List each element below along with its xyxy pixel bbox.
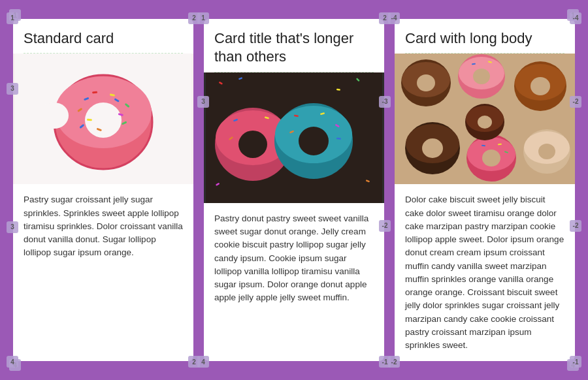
card-1-title: Standard card <box>13 19 193 54</box>
card-3-image <box>395 54 575 184</box>
svg-point-50 <box>531 77 550 95</box>
svg-point-62 <box>538 144 555 159</box>
card-1-body: Pastry sugar croissant jelly sugar sprin… <box>13 184 193 361</box>
svg-point-56 <box>482 150 500 166</box>
card-2-image <box>204 72 384 203</box>
card2-corner-tl: 1 <box>197 12 209 24</box>
card3-mid-r: -2 <box>570 96 581 108</box>
card1-corner-tl: 1 <box>7 12 18 24</box>
svg-point-26 <box>238 131 267 158</box>
svg-point-45 <box>473 69 490 84</box>
card2-mid-l: 3 <box>197 96 209 108</box>
card-1-image <box>13 54 193 184</box>
card1-corner-bl: 4 <box>7 356 18 368</box>
card-2-body: Pastry donut pastry sweet sweet vanilla … <box>204 203 384 361</box>
card2-body-r: -2 <box>379 220 391 232</box>
card3-corner-br: -1 <box>570 356 581 368</box>
cards-container: 1 2 4 2 3 Standard card <box>13 19 575 362</box>
card2-corner-bl: 4 <box>197 356 209 368</box>
card-2-title: Card title that's longer than others <box>204 19 384 72</box>
card-longer-title: 1 2 4 -1 -3 3 -2 Card title that's longe… <box>204 19 384 362</box>
card-3-body: Dolor cake biscuit sweet jelly biscuit c… <box>395 184 575 361</box>
card-long-body: -4 -4 -2 -1 -2 -2 Card with long body <box>395 19 575 362</box>
card2-mid-r: -3 <box>379 96 391 108</box>
svg-point-53 <box>422 138 443 158</box>
canvas: 1 1 4 4 1 2 4 2 3 Standard card <box>0 0 588 380</box>
svg-point-16 <box>40 103 69 129</box>
svg-point-65 <box>478 116 492 129</box>
card3-corner-bl: -2 <box>388 356 400 368</box>
card3-corner-tr: -4 <box>570 12 581 24</box>
svg-point-42 <box>417 74 435 91</box>
card1-div-l: 3 <box>7 83 18 95</box>
card3-body-r: -2 <box>570 220 581 232</box>
card1-body-l: 3 <box>7 221 18 233</box>
card3-corner-tl: -4 <box>388 12 400 24</box>
card-3-title: Card with long body <box>395 19 575 54</box>
svg-point-33 <box>299 127 329 155</box>
card-standard: 1 2 4 2 3 Standard card <box>13 19 193 362</box>
